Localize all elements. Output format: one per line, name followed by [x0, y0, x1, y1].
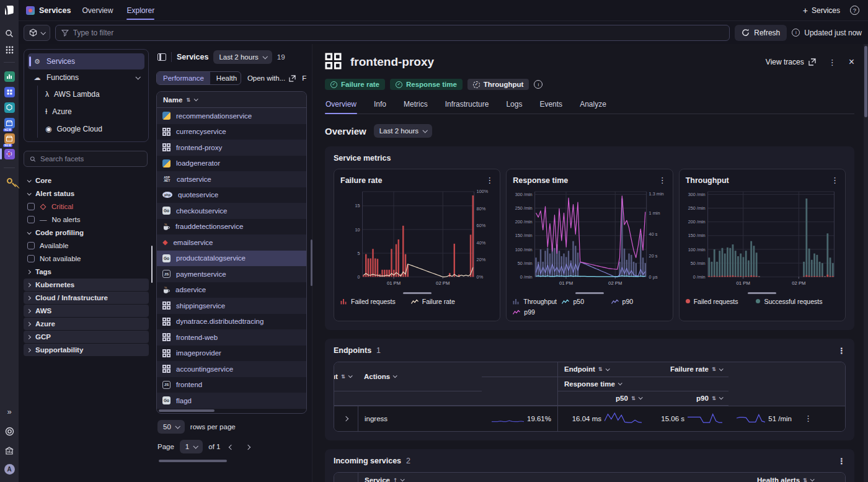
tab-info[interactable]: Info	[373, 96, 387, 114]
tab-events[interactable]: Events	[539, 96, 563, 114]
service-row-frauddetectionservice[interactable]: frauddetectionservice	[157, 219, 306, 235]
service-link[interactable]: imageprovider	[176, 349, 221, 357]
health-alerts-column-header[interactable]: Health alerts⇅	[751, 473, 845, 482]
top-nav-overview[interactable]: Overview	[82, 0, 113, 21]
filter-input[interactable]	[73, 29, 724, 37]
service-row-recommendationservice[interactable]: recommendationservice	[157, 108, 306, 124]
timeframe-selector[interactable]: Last 2 hours	[213, 50, 272, 64]
settings-key-icon[interactable]	[2, 174, 16, 187]
facet-cloud-infrastructure[interactable]: Cloud / Infrastructure	[24, 292, 149, 304]
services-table-header[interactable]: Name ⇅	[157, 92, 306, 108]
facet-alert-status[interactable]: Alert status	[24, 187, 149, 200]
actions-column-header[interactable]: Actions	[358, 362, 482, 391]
detail-scrollbar-thumb[interactable]	[864, 46, 867, 117]
p50-column-header[interactable]: p50⇅	[557, 391, 648, 406]
usage-chart-icon[interactable]	[2, 444, 16, 458]
view-traces-button[interactable]: View traces	[766, 58, 816, 66]
overview-timeframe-selector[interactable]: Last 2 hours	[374, 124, 432, 138]
service-row-loadgenerator[interactable]: loadgenerator	[157, 156, 306, 172]
badges-info-icon[interactable]: i	[534, 80, 542, 89]
horizontal-scrollbar[interactable]	[157, 409, 306, 413]
expand-row-icon[interactable]	[343, 416, 348, 421]
service-link[interactable]: productcatalogservice	[176, 254, 246, 262]
service-link[interactable]: accountingservice	[176, 365, 233, 373]
checkbox[interactable]	[27, 242, 35, 249]
endpoints-menu-button[interactable]: ⋮	[838, 346, 846, 355]
facet-core[interactable]: Core	[24, 174, 149, 187]
throughput-column-header[interactable]: Throughput⇅	[334, 362, 358, 391]
next-page-button[interactable]	[242, 443, 254, 450]
detail-menu-button[interactable]: ⋮	[828, 58, 836, 67]
chart-menu-button[interactable]: ⋮	[831, 176, 839, 185]
service-link[interactable]: cartservice	[177, 176, 211, 183]
chart-scrollbar[interactable]	[513, 292, 666, 294]
add-services-button[interactable]: +Services	[803, 6, 840, 16]
service-link[interactable]: flagd	[176, 397, 192, 404]
rows-per-page-selector[interactable]: 50	[157, 420, 185, 434]
service-row-dynatrace.distributedtracing[interactable]: dynatrace.distributedtracing	[157, 314, 306, 330]
service-row-paymentservice[interactable]: JSpaymentservice	[157, 266, 306, 282]
entity-selector-button[interactable]	[24, 25, 50, 41]
failure-rate-column-header[interactable]: Failure rate⇅	[648, 362, 728, 377]
sidebar-item-functions[interactable]: ☁Functions	[28, 69, 144, 86]
service-row-imageprovider[interactable]: imageprovider	[157, 346, 306, 362]
service-link[interactable]: frauddetectionservice	[175, 223, 243, 230]
sidebar-item-services[interactable]: ⚙Services	[28, 53, 144, 69]
checkbox[interactable]	[27, 203, 35, 210]
service-row-adservice[interactable]: adservice	[157, 282, 306, 298]
sidebar-item-azure[interactable]: ƗAzure	[28, 103, 144, 120]
chart-menu-button[interactable]: ⋮	[658, 176, 666, 185]
service-row-frontend-proxy[interactable]: frontend-proxy	[157, 140, 306, 156]
service-link[interactable]: adservice	[175, 286, 206, 293]
previous-page-button[interactable]	[226, 443, 237, 450]
badge-throughput[interactable]: ✓Throughput	[467, 79, 529, 90]
facet-available[interactable]: Available	[24, 239, 149, 252]
service-link[interactable]: loadgenerator	[176, 159, 220, 167]
endpoint-row[interactable]: ingress 19.61% 16.04 ms 15.06 s 51 /min …	[334, 406, 845, 431]
tab-analyze[interactable]: Analyze	[579, 96, 607, 114]
facet-code-profiling[interactable]: Code profiling	[24, 226, 149, 239]
response-time-column-header[interactable]: Response time	[557, 377, 728, 391]
app-icon-logs[interactable]: NEW	[2, 115, 16, 130]
facet-supportability[interactable]: Supportability	[24, 344, 149, 356]
service-row-currencyservice[interactable]: currencyservice	[157, 124, 306, 140]
service-row-checkoutservice[interactable]: Gocheckoutservice	[157, 203, 306, 219]
app-icon-services[interactable]	[2, 146, 16, 161]
chart-menu-button[interactable]: ⋮	[485, 176, 494, 185]
p90-column-header[interactable]: p90⇅	[648, 391, 728, 406]
top-nav-explorer[interactable]: Explorer	[126, 0, 154, 21]
sidebar-item-google-cloud[interactable]: ◉Google Cloud	[28, 120, 144, 138]
user-avatar[interactable]: A	[4, 464, 15, 475]
facet-no-alerts[interactable]: —No alerts	[24, 213, 149, 226]
tab-performance[interactable]: Performance	[157, 72, 210, 84]
service-link[interactable]: currencyservice	[176, 128, 226, 135]
endpoint-column-header[interactable]: Endpoint⇅	[557, 362, 648, 377]
facet-azure[interactable]: Azure	[24, 318, 149, 330]
facet-not-available[interactable]: Not available	[24, 252, 149, 265]
facet-search-input[interactable]	[40, 155, 141, 163]
search-icon[interactable]	[2, 27, 16, 40]
service-row-shippingservice[interactable]: shippingservice	[157, 298, 306, 314]
detail-scrollbar-track[interactable]	[864, 44, 868, 482]
service-row-flagd[interactable]: Goflagd	[157, 393, 306, 409]
service-row-cartservice[interactable]: ASP.NETcartservice	[157, 171, 306, 187]
app-icon-workflows[interactable]: NEW	[2, 131, 16, 146]
service-row-quoteservice[interactable]: phpquoteservice	[157, 187, 306, 203]
service-link[interactable]: frontend-proxy	[176, 144, 222, 151]
help-lifebuoy-icon[interactable]	[2, 424, 16, 438]
badge-failure-rate[interactable]: ✓Failure rate	[325, 79, 385, 90]
service-row-frontend-web[interactable]: frontend-web	[157, 329, 306, 346]
service-link[interactable]: paymentservice	[176, 270, 226, 278]
checkbox[interactable]	[27, 216, 35, 223]
horizontal-scrollbar[interactable]	[159, 460, 227, 462]
service-link[interactable]: shippingservice	[176, 302, 225, 310]
tab-health[interactable]: Health	[210, 72, 241, 84]
sidebar-item-aws-lambda[interactable]: λAWS Lambda	[28, 86, 144, 103]
help-icon[interactable]: ?	[850, 6, 859, 15]
facet-gcp[interactable]: GCP	[24, 331, 149, 343]
incoming-menu-button[interactable]: ⋮	[838, 457, 846, 466]
expand-rail-icon[interactable]: »	[2, 404, 16, 418]
service-row-accountingservice[interactable]: accountingservice	[157, 361, 306, 377]
service-link[interactable]: emailservice	[173, 239, 213, 246]
facet-kubernetes[interactable]: Kubernetes	[24, 279, 149, 291]
